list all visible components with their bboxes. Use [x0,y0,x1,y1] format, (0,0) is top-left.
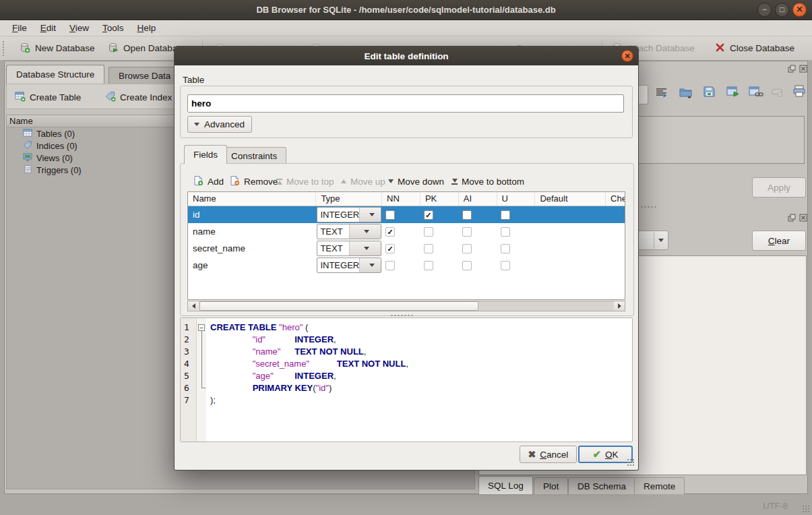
dock-close-icon[interactable] [799,64,807,73]
index-icon [23,140,32,152]
tab-db-schema[interactable]: DB Schema [568,477,635,495]
default-cell[interactable] [535,206,606,223]
type-combo[interactable]: TEXT [317,241,381,256]
dock-float-icon[interactable] [787,213,796,222]
pk-checkbox[interactable] [424,261,433,270]
dialog-close-icon[interactable]: ✕ [621,50,633,62]
tab-fields[interactable]: Fields [184,145,227,164]
scroll-left-icon[interactable] [188,301,199,311]
u-checkbox[interactable] [501,261,510,270]
resize-grip[interactable] [802,505,810,513]
default-cell[interactable] [535,223,606,240]
pk-checkbox[interactable] [424,227,433,237]
dialog-titlebar[interactable]: Edit table definition ✕ [175,47,638,65]
close-window-icon[interactable]: ✕ [792,3,807,17]
fields-table-header[interactable]: Name Type NN PK AI U Default Check [188,192,625,206]
fold-collapse-icon[interactable]: − [198,324,205,331]
cell-apply-icon[interactable] [726,86,741,100]
tab-sql-log[interactable]: SQL Log [478,476,533,495]
u-checkbox[interactable] [501,244,510,253]
create-table-button[interactable]: Create Table [15,88,81,106]
new-database-button[interactable]: New Database [16,36,98,60]
nn-checkbox[interactable]: ✓ [385,244,395,253]
menu-edit[interactable]: Edit [34,22,63,34]
pk-checkbox[interactable]: ✓ [424,210,433,220]
table-name-input[interactable] [187,94,624,113]
scroll-right-icon[interactable] [614,301,625,311]
fields-table: Name Type NN PK AI U Default Check id IN… [187,191,625,300]
check-cell[interactable] [606,257,625,274]
ai-checkbox[interactable] [462,244,472,253]
nn-checkbox[interactable] [385,261,395,270]
ai-checkbox[interactable] [462,210,472,220]
window-titlebar[interactable]: DB Browser for SQLite - /home/user/code/… [0,0,812,20]
dialog-resize-grip[interactable] [627,458,635,466]
check-cell[interactable] [606,206,625,223]
u-checkbox[interactable] [501,227,510,237]
chevron-down-icon [654,232,667,249]
type-combo[interactable]: INTEGER [317,207,381,222]
dock-float-icon[interactable] [787,64,796,73]
cell-link-icon[interactable] [749,86,763,100]
move-to-bottom-button[interactable]: Move to bottom [451,173,524,189]
clear-log-button[interactable]: Clear [752,231,806,251]
field-row-secret-name[interactable]: secret_name TEXT ✓ [188,240,625,257]
tab-remote[interactable]: Remote [634,477,685,495]
close-database-button[interactable]: Close Database [712,36,797,60]
table-icon [23,128,32,140]
scrollbar-thumb[interactable] [199,301,478,311]
field-row-name[interactable]: name TEXT ✓ [188,223,625,240]
sql-fold-margin: − [197,318,206,442]
sql-preview[interactable]: 1234567 − CREATE TABLE "hero" ( "id" INT… [180,317,633,442]
chevron-down-icon [359,208,381,222]
apply-button[interactable]: Apply [752,177,806,198]
dock-controls [787,64,807,73]
check-cell[interactable] [606,223,625,240]
cell-export-icon[interactable] [703,86,716,100]
cell-import-icon[interactable] [679,86,693,100]
create-index-button[interactable]: Create Index [105,88,172,106]
sql-code-lines[interactable]: CREATE TABLE "hero" ( "id" INTEGER, "nam… [206,318,632,442]
move-to-top-button[interactable]: Move to top [276,173,334,189]
maximize-icon[interactable]: □ [775,3,789,17]
move-down-button[interactable]: Move down [388,173,444,189]
ok-button[interactable]: ✔ OK [578,446,633,463]
tab-constraints[interactable]: Constraints [222,147,286,164]
view-icon [23,152,32,164]
menu-help[interactable]: Help [131,22,163,34]
move-up-button[interactable]: Move up [341,173,385,189]
ai-checkbox[interactable] [462,261,472,270]
tab-plot[interactable]: Plot [534,477,568,495]
cancel-button[interactable]: ✖ Cancel [520,446,577,463]
toolbar-drag-handle[interactable] [2,40,5,57]
minimize-icon[interactable]: − [757,3,772,17]
nn-checkbox[interactable]: ✓ [385,227,395,237]
fields-horizontal-scrollbar[interactable] [187,301,625,311]
check-cell[interactable] [606,240,625,257]
create-index-icon [105,91,116,104]
u-checkbox[interactable] [501,210,510,220]
field-row-id[interactable]: id INTEGER ✓ [188,206,625,223]
remove-field-button[interactable]: Remove [229,173,278,189]
nn-checkbox[interactable] [385,210,395,220]
cell-print-icon[interactable] [792,85,806,99]
pk-checkbox[interactable] [424,244,433,253]
type-combo[interactable]: INTEGER [317,258,381,273]
dialog-splitter-handle[interactable] [390,314,413,317]
add-field-button[interactable]: Add [193,173,224,189]
menu-file[interactable]: File [5,22,34,34]
ai-checkbox[interactable] [462,227,472,237]
table-group-label: Table [183,75,204,85]
default-cell[interactable] [535,257,606,274]
advanced-button[interactable]: Advanced [187,116,252,133]
menu-tools[interactable]: Tools [96,22,131,34]
dock-close-icon[interactable] [799,213,807,222]
field-row-age[interactable]: age INTEGER [188,257,625,274]
tab-database-structure[interactable]: Database Structure [6,65,104,84]
menu-view[interactable]: View [63,22,96,34]
tab-browse-data[interactable]: Browse Data [108,67,181,84]
default-cell[interactable] [535,240,606,257]
cell-null-icon[interactable] [772,88,784,99]
type-combo[interactable]: TEXT [317,224,381,239]
cell-text-mode-icon[interactable] [655,86,668,100]
